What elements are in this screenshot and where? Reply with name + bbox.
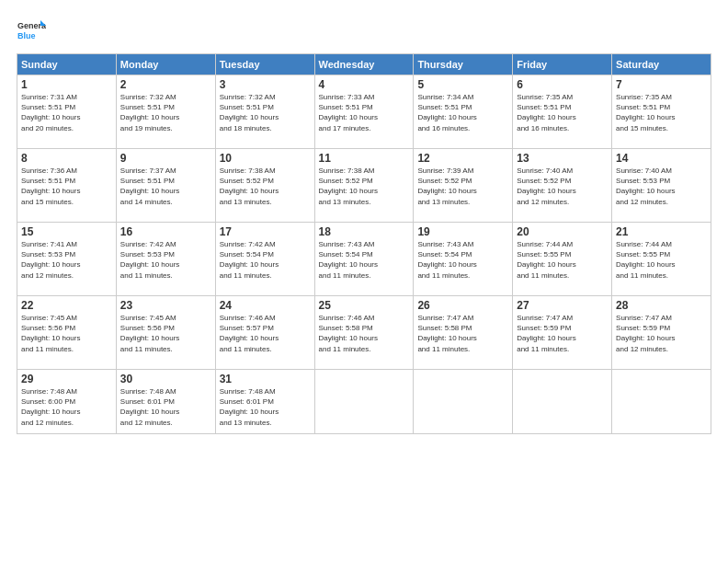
weekday-header-row: SundayMondayTuesdayWednesdayThursdayFrid…: [17, 54, 711, 75]
day-info: Sunrise: 7:48 AM Sunset: 6:01 PM Dayligh…: [220, 386, 311, 428]
day-number: 25: [319, 299, 410, 312]
day-number: 10: [220, 152, 311, 165]
svg-text:Blue: Blue: [17, 31, 36, 40]
calendar-cell: [414, 370, 513, 434]
day-number: 23: [120, 299, 211, 312]
main-container: General Blue SundayMondayTuesdayWednesda…: [0, 0, 728, 563]
calendar-cell: [513, 370, 612, 434]
day-number: 18: [319, 225, 410, 238]
day-number: 31: [220, 373, 311, 385]
day-number: 22: [21, 299, 112, 312]
weekday-wednesday: Wednesday: [314, 54, 414, 75]
day-info: Sunrise: 7:36 AM Sunset: 5:51 PM Dayligh…: [21, 166, 112, 207]
day-info: Sunrise: 7:35 AM Sunset: 5:51 PM Dayligh…: [616, 92, 707, 133]
day-info: Sunrise: 7:31 AM Sunset: 5:51 PM Dayligh…: [21, 92, 112, 133]
calendar-cell: 20Sunrise: 7:44 AM Sunset: 5:55 PM Dayli…: [513, 223, 612, 296]
calendar-cell: 9Sunrise: 7:37 AM Sunset: 5:51 PM Daylig…: [116, 149, 215, 223]
day-number: 19: [417, 225, 508, 238]
calendar-table: SundayMondayTuesdayWednesdayThursdayFrid…: [17, 53, 711, 434]
calendar-cell: 29Sunrise: 7:48 AM Sunset: 6:00 PM Dayli…: [17, 370, 117, 434]
day-number: 17: [220, 225, 311, 238]
calendar-week-2: 8Sunrise: 7:36 AM Sunset: 5:51 PM Daylig…: [17, 149, 711, 223]
calendar-cell: 3Sunrise: 7:32 AM Sunset: 5:51 PM Daylig…: [215, 75, 314, 149]
day-number: 2: [120, 78, 211, 91]
calendar-cell: 28Sunrise: 7:47 AM Sunset: 5:59 PM Dayli…: [612, 296, 711, 370]
calendar-cell: 15Sunrise: 7:41 AM Sunset: 5:53 PM Dayli…: [17, 223, 117, 296]
day-number: 28: [616, 299, 707, 312]
day-number: 30: [120, 373, 211, 385]
day-number: 6: [517, 78, 608, 91]
day-number: 14: [616, 152, 707, 165]
day-info: Sunrise: 7:41 AM Sunset: 5:53 PM Dayligh…: [21, 239, 112, 281]
calendar-cell: 22Sunrise: 7:45 AM Sunset: 5:56 PM Dayli…: [17, 296, 117, 370]
day-info: Sunrise: 7:40 AM Sunset: 5:53 PM Dayligh…: [616, 166, 707, 207]
calendar-cell: 2Sunrise: 7:32 AM Sunset: 5:51 PM Daylig…: [116, 75, 215, 149]
calendar-cell: 10Sunrise: 7:38 AM Sunset: 5:52 PM Dayli…: [215, 149, 314, 223]
day-info: Sunrise: 7:47 AM Sunset: 5:59 PM Dayligh…: [616, 313, 707, 354]
day-info: Sunrise: 7:34 AM Sunset: 5:51 PM Dayligh…: [417, 92, 508, 133]
day-info: Sunrise: 7:48 AM Sunset: 6:00 PM Dayligh…: [21, 386, 112, 428]
day-number: 29: [21, 373, 112, 385]
day-info: Sunrise: 7:44 AM Sunset: 5:55 PM Dayligh…: [616, 239, 707, 281]
calendar-cell: 27Sunrise: 7:47 AM Sunset: 5:59 PM Dayli…: [513, 296, 612, 370]
day-info: Sunrise: 7:46 AM Sunset: 5:57 PM Dayligh…: [220, 313, 311, 354]
day-info: Sunrise: 7:32 AM Sunset: 5:51 PM Dayligh…: [120, 92, 211, 133]
day-number: 20: [517, 225, 608, 238]
day-info: Sunrise: 7:42 AM Sunset: 5:53 PM Dayligh…: [120, 239, 211, 281]
calendar-cell: 7Sunrise: 7:35 AM Sunset: 5:51 PM Daylig…: [612, 75, 711, 149]
day-number: 5: [417, 78, 508, 91]
day-info: Sunrise: 7:32 AM Sunset: 5:51 PM Dayligh…: [220, 92, 311, 133]
day-number: 27: [517, 299, 608, 312]
calendar-cell: 23Sunrise: 7:45 AM Sunset: 5:56 PM Dayli…: [116, 296, 215, 370]
calendar-cell: 5Sunrise: 7:34 AM Sunset: 5:51 PM Daylig…: [414, 75, 513, 149]
day-number: 7: [616, 78, 707, 91]
day-number: 26: [417, 299, 508, 312]
day-number: 8: [21, 152, 112, 165]
calendar-cell: [612, 370, 711, 434]
weekday-monday: Monday: [116, 54, 215, 75]
calendar-body: 1Sunrise: 7:31 AM Sunset: 5:51 PM Daylig…: [17, 75, 711, 434]
day-info: Sunrise: 7:35 AM Sunset: 5:51 PM Dayligh…: [517, 92, 608, 133]
day-info: Sunrise: 7:37 AM Sunset: 5:51 PM Dayligh…: [120, 166, 211, 207]
day-info: Sunrise: 7:40 AM Sunset: 5:52 PM Dayligh…: [517, 166, 608, 207]
day-info: Sunrise: 7:47 AM Sunset: 5:58 PM Dayligh…: [417, 313, 508, 354]
day-number: 11: [319, 152, 410, 165]
day-info: Sunrise: 7:45 AM Sunset: 5:56 PM Dayligh…: [120, 313, 211, 354]
calendar-week-3: 15Sunrise: 7:41 AM Sunset: 5:53 PM Dayli…: [17, 223, 711, 296]
day-number: 24: [220, 299, 311, 312]
calendar-cell: 1Sunrise: 7:31 AM Sunset: 5:51 PM Daylig…: [17, 75, 117, 149]
day-number: 4: [319, 78, 410, 91]
calendar-cell: 14Sunrise: 7:40 AM Sunset: 5:53 PM Dayli…: [612, 149, 711, 223]
weekday-friday: Friday: [513, 54, 612, 75]
weekday-tuesday: Tuesday: [215, 54, 314, 75]
day-number: 3: [220, 78, 311, 91]
calendar-cell: 6Sunrise: 7:35 AM Sunset: 5:51 PM Daylig…: [513, 75, 612, 149]
calendar-cell: [314, 370, 414, 434]
calendar-cell: 8Sunrise: 7:36 AM Sunset: 5:51 PM Daylig…: [17, 149, 117, 223]
day-info: Sunrise: 7:47 AM Sunset: 5:59 PM Dayligh…: [517, 313, 608, 354]
calendar-week-1: 1Sunrise: 7:31 AM Sunset: 5:51 PM Daylig…: [17, 75, 711, 149]
calendar-cell: 31Sunrise: 7:48 AM Sunset: 6:01 PM Dayli…: [215, 370, 314, 434]
weekday-thursday: Thursday: [414, 54, 513, 75]
logo-svg: General Blue: [17, 17, 46, 46]
calendar-cell: 4Sunrise: 7:33 AM Sunset: 5:51 PM Daylig…: [314, 75, 414, 149]
day-number: 16: [120, 225, 211, 238]
calendar-cell: 11Sunrise: 7:38 AM Sunset: 5:52 PM Dayli…: [314, 149, 414, 223]
calendar-cell: 17Sunrise: 7:42 AM Sunset: 5:54 PM Dayli…: [215, 223, 314, 296]
day-info: Sunrise: 7:39 AM Sunset: 5:52 PM Dayligh…: [417, 166, 508, 207]
day-info: Sunrise: 7:33 AM Sunset: 5:51 PM Dayligh…: [319, 92, 410, 133]
weekday-sunday: Sunday: [17, 54, 117, 75]
calendar-cell: 12Sunrise: 7:39 AM Sunset: 5:52 PM Dayli…: [414, 149, 513, 223]
calendar-cell: 30Sunrise: 7:48 AM Sunset: 6:01 PM Dayli…: [116, 370, 215, 434]
weekday-saturday: Saturday: [612, 54, 711, 75]
calendar-cell: 24Sunrise: 7:46 AM Sunset: 5:57 PM Dayli…: [215, 296, 314, 370]
day-number: 1: [21, 78, 112, 91]
day-number: 9: [120, 152, 211, 165]
header: General Blue: [17, 17, 711, 46]
day-info: Sunrise: 7:44 AM Sunset: 5:55 PM Dayligh…: [517, 239, 608, 281]
calendar-cell: 18Sunrise: 7:43 AM Sunset: 5:54 PM Dayli…: [314, 223, 414, 296]
calendar-cell: 19Sunrise: 7:43 AM Sunset: 5:54 PM Dayli…: [414, 223, 513, 296]
calendar-cell: 25Sunrise: 7:46 AM Sunset: 5:58 PM Dayli…: [314, 296, 414, 370]
calendar-week-5: 29Sunrise: 7:48 AM Sunset: 6:00 PM Dayli…: [17, 370, 711, 434]
day-info: Sunrise: 7:45 AM Sunset: 5:56 PM Dayligh…: [21, 313, 112, 354]
